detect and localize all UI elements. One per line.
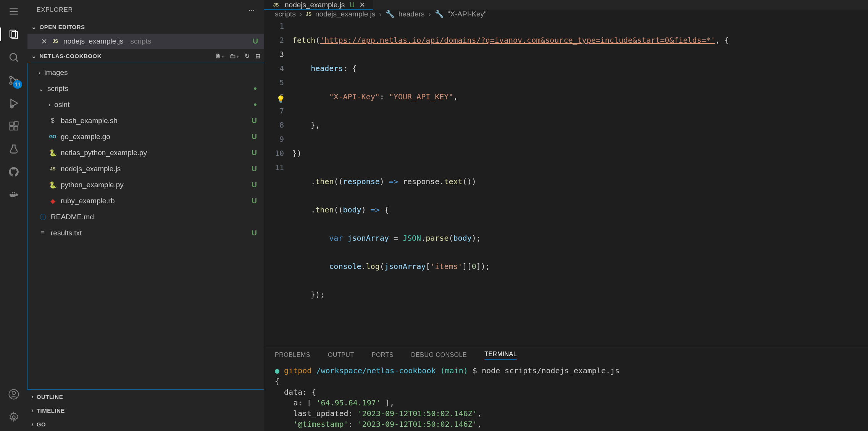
wrench-icon: 🔧	[435, 10, 444, 18]
git-status: U	[349, 1, 355, 9]
panel: PROBLEMS OUTPUT PORTS DEBUG CONSOLE TERM…	[264, 346, 868, 431]
crumb[interactable]: headers	[399, 10, 425, 18]
svg-rect-21	[14, 192, 15, 194]
js-icon: JS	[272, 2, 280, 8]
file-ruby[interactable]: ◆ruby_example.rbU	[28, 193, 264, 209]
terminal[interactable]: ● gitpod /workspace/netlas-cookbook (mai…	[264, 364, 868, 431]
tab-debug-console[interactable]: DEBUG CONSOLE	[411, 352, 467, 358]
folder-osint[interactable]: ›osint•	[28, 97, 264, 113]
lightbulb-icon[interactable]: 💡	[276, 92, 285, 106]
python-icon: 🐍	[48, 149, 57, 157]
new-folder-icon[interactable]: 🗀₊	[230, 52, 239, 60]
breadcrumbs[interactable]: scripts› JSnodejs_example.js› 🔧headers› …	[264, 10, 868, 18]
testing-icon[interactable]	[7, 142, 21, 156]
file-python[interactable]: 🐍python_example.pyU	[28, 177, 264, 193]
svg-rect-14	[14, 126, 18, 130]
svg-point-5	[10, 53, 17, 60]
js-icon: JS	[51, 39, 60, 44]
tab-problems[interactable]: PROBLEMS	[275, 352, 310, 358]
outline-section[interactable]: ›OUTLINE	[27, 390, 264, 403]
menu-icon[interactable]	[7, 5, 21, 18]
tabs-bar: JS nodejs_example.js U ✕	[264, 0, 868, 10]
extensions-icon[interactable]	[7, 119, 21, 133]
file-go[interactable]: GOgo_example.goU	[28, 129, 264, 145]
svg-rect-20	[12, 192, 13, 194]
tab-label: nodejs_example.js	[285, 1, 345, 9]
collapse-icon[interactable]: ⊟	[255, 52, 261, 60]
tab-output[interactable]: OUTPUT	[328, 352, 354, 358]
svg-line-6	[16, 59, 18, 62]
explorer-icon[interactable]	[7, 28, 21, 41]
code-editor[interactable]: 1234567891011 fetch('https://app.netlas.…	[264, 18, 868, 346]
github-icon[interactable]	[7, 165, 21, 179]
search-icon[interactable]	[7, 50, 21, 64]
tab-nodejs-example[interactable]: JS nodejs_example.js U ✕	[264, 0, 373, 10]
git-dot: •	[254, 84, 257, 93]
text-icon: ≡	[39, 229, 47, 237]
run-debug-icon[interactable]	[7, 96, 21, 110]
file-name: nodejs_example.js	[63, 37, 123, 45]
go-section[interactable]: ›GO	[27, 417, 264, 431]
folder-scripts[interactable]: ⌄scripts•	[28, 81, 264, 97]
open-editor-item[interactable]: ✕ JS nodejs_example.js scripts U	[27, 34, 264, 49]
go-icon: GO	[48, 134, 57, 139]
sidebar-title: EXPLORER	[37, 6, 73, 13]
gutter: 1234567891011	[264, 19, 292, 344]
svg-marker-10	[11, 99, 18, 107]
svg-point-24	[12, 416, 15, 419]
file-results[interactable]: ≡results.txtU	[28, 225, 264, 241]
close-icon[interactable]: ✕	[359, 0, 365, 9]
open-editors-section[interactable]: ⌄OPEN EDITORS	[27, 20, 264, 34]
source-control-icon[interactable]: 11	[7, 73, 21, 87]
git-status: U	[253, 37, 258, 45]
file-readme[interactable]: ⓘREADME.md	[28, 209, 264, 225]
js-icon: JS	[48, 166, 57, 172]
docker-icon[interactable]	[7, 188, 21, 202]
crumb[interactable]: scripts	[275, 10, 296, 18]
panel-tabs: PROBLEMS OUTPUT PORTS DEBUG CONSOLE TERM…	[264, 346, 868, 364]
file-nodejs[interactable]: JSnodejs_example.jsU	[28, 161, 264, 177]
scm-badge: 11	[13, 80, 22, 89]
close-icon[interactable]: ✕	[41, 37, 47, 46]
file-tree: ›images ⌄scripts• ›osint• $bash_example.…	[27, 63, 264, 390]
accounts-icon[interactable]	[7, 387, 21, 401]
ruby-icon: ◆	[48, 197, 57, 205]
new-file-icon[interactable]: 🗎₊	[215, 52, 224, 60]
svg-rect-12	[10, 122, 13, 126]
folder-images[interactable]: ›images	[28, 65, 264, 81]
file-dir: scripts	[130, 37, 151, 45]
shell-icon: $	[48, 117, 57, 125]
settings-icon[interactable]	[7, 410, 21, 424]
crumb[interactable]: "X-API-Key"	[448, 10, 487, 18]
sidebar-header: EXPLORER ⋯	[27, 0, 264, 20]
python-icon: 🐍	[48, 181, 57, 189]
git-dot: •	[254, 100, 257, 109]
bottom-sections: ›OUTLINE ›TIMELINE ›GO	[27, 390, 264, 431]
tab-terminal[interactable]: TERMINAL	[484, 351, 517, 360]
file-bash[interactable]: $bash_example.shU	[28, 113, 264, 129]
wrench-icon: 🔧	[386, 10, 395, 18]
file-netlaspy[interactable]: 🐍netlas_python_example.pyU	[28, 145, 264, 161]
svg-rect-15	[15, 122, 18, 125]
timeline-section[interactable]: ›TIMELINE	[27, 403, 264, 417]
svg-point-23	[12, 391, 16, 395]
sidebar: EXPLORER ⋯ ⌄OPEN EDITORS ✕ JS nodejs_exa…	[27, 0, 264, 431]
js-icon: JS	[306, 11, 311, 17]
tab-ports[interactable]: PORTS	[372, 352, 394, 358]
project-section[interactable]: ⌄NETLAS-COOKBOOK 🗎₊ 🗀₊ ↻ ⊟	[27, 49, 264, 63]
more-icon[interactable]: ⋯	[248, 6, 255, 14]
editor-group: JS nodejs_example.js U ✕ scripts› JSnode…	[264, 0, 868, 431]
svg-point-8	[10, 82, 12, 84]
refresh-icon[interactable]: ↻	[245, 52, 250, 60]
info-icon: ⓘ	[39, 213, 47, 222]
workbench: 11 EXPLORER ⋯ ⌄OPEN EDITORS ✕ JS nodejs_…	[0, 0, 868, 431]
svg-point-7	[10, 76, 12, 78]
crumb[interactable]: nodejs_example.js	[315, 10, 375, 18]
activity-bar: 11	[0, 0, 27, 431]
svg-rect-13	[10, 126, 13, 130]
code-content[interactable]: fetch('https://app.netlas.io/api/domains…	[292, 19, 868, 344]
